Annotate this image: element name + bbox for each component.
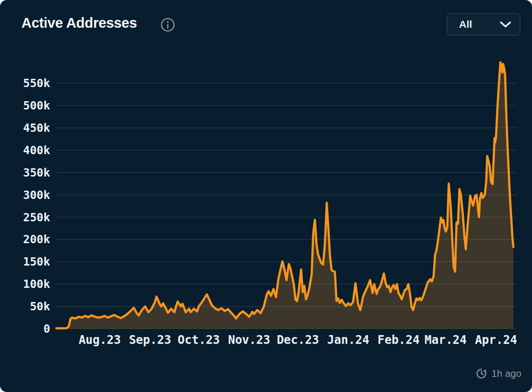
x-axis-label: Dec.23 (277, 333, 319, 347)
info-icon[interactable] (160, 18, 175, 32)
y-axis-label: 100k (23, 278, 51, 290)
active-addresses-card: 050k100k150k200k250k300k350k400k450k500k… (0, 0, 532, 392)
range-dropdown-value: All (459, 18, 472, 30)
card-header: Active Addresses All (0, 0, 532, 44)
last-updated-text: 1h ago (492, 368, 521, 379)
series-area-fill (56, 62, 514, 329)
x-axis-label: Mar.24 (425, 333, 467, 347)
y-axis-label: 300k (23, 189, 51, 201)
x-axis-label: Aug.23 (79, 333, 121, 347)
y-axis-label: 200k (23, 233, 51, 246)
x-axis-label: Oct.23 (177, 333, 220, 347)
x-axis-label: Sep.23 (129, 333, 171, 347)
y-axis-label: 450k (23, 122, 51, 134)
y-axis-label: 250k (23, 211, 51, 224)
x-axis-label: Nov.23 (228, 333, 270, 347)
y-axis-label: 400k (23, 144, 51, 157)
history-clock-icon[interactable] (476, 368, 487, 379)
y-axis-label: 550k (23, 77, 51, 89)
y-axis-label: 500k (23, 99, 51, 112)
chevron-down-icon (500, 21, 511, 28)
y-axis-label: 150k (23, 255, 51, 268)
y-axis-label: 350k (23, 166, 51, 179)
page-title: Active Addresses (21, 15, 137, 31)
range-dropdown[interactable]: All (447, 13, 520, 36)
x-axis-label: Apr.24 (475, 333, 517, 347)
y-axis-label: 50k (30, 300, 50, 313)
last-updated: 1h ago (476, 365, 521, 382)
active-addresses-chart[interactable]: 050k100k150k200k250k300k350k400k450k500k… (0, 0, 532, 392)
x-axis-label: Jan.24 (327, 333, 370, 347)
x-axis-label: Feb.24 (377, 333, 420, 347)
y-axis-label: 0 (43, 322, 50, 335)
